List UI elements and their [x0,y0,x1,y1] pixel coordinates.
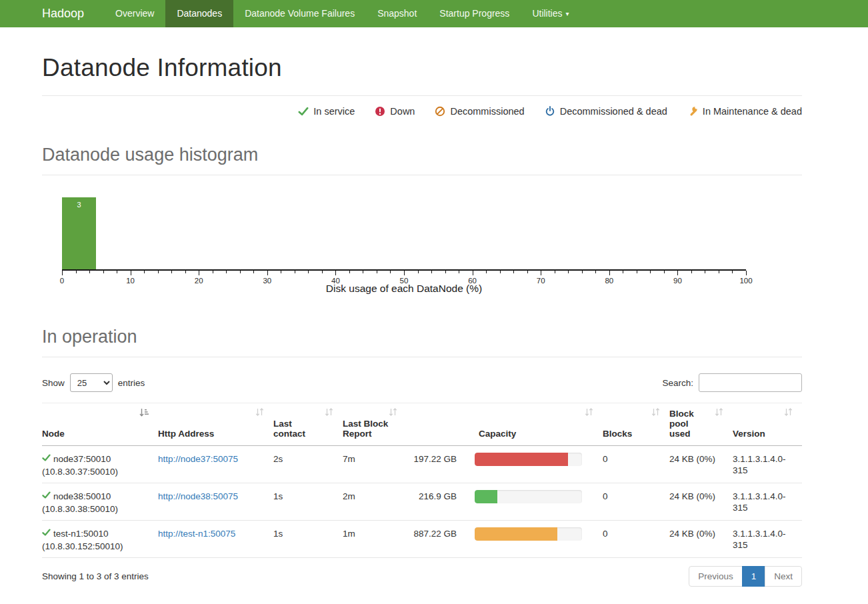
column-header-node[interactable]: Node [42,403,158,446]
table-controls: Show 25 entries Search: [42,373,802,392]
axis-tick [199,271,199,275]
capacity-value: 197.22 GB [407,453,457,465]
blocks-value: 0 [603,446,669,483]
column-header-http-address[interactable]: Http Address [158,403,273,446]
page-size-control: Show 25 entries [42,373,145,392]
http-address-link[interactable]: http://test-n1:50075 [158,529,235,539]
nav-item-datanode-volume-failures[interactable]: Datanode Volume Failures [233,0,366,27]
axis-tick [103,271,104,273]
histogram-section-title: Datanode usage histogram [42,145,802,165]
column-header-last-contact[interactable]: Last contact [273,403,343,446]
column-label: Node [42,429,65,439]
brand-hadoop[interactable]: Hadoop [42,0,104,27]
histogram-plot: 01020304050607080901003 [62,197,746,271]
column-label: Last contact [273,419,315,439]
legend-down: Down [375,106,415,117]
sort-both-icon [389,408,397,418]
column-header-version[interactable]: Version [733,403,802,446]
capacity-bar-fill [475,490,497,503]
utilities-label: Utilities [532,8,562,19]
node-address: node37:50010 [53,453,111,465]
node-ip: (10.8.30.152:50010) [42,541,154,552]
axis-tick [267,271,268,275]
block-pool-used-value: 24 KB (0%) [669,446,733,483]
column-header-block-pool-used[interactable]: Block pool used [669,403,733,446]
status-legend: In service Down Decommissioned Decommiss… [42,106,802,117]
legend-label: Decommissioned & dead [560,106,667,117]
axis-tick [582,271,583,273]
axis-tick [322,271,323,273]
chevron-down-icon: ▾ [566,0,569,27]
axis-tick [76,271,77,273]
legend-label: Decommissioned [450,106,524,117]
page-size-select[interactable]: 25 [70,373,113,392]
last-block-report-value: 1m [343,521,407,558]
axis-tick [431,271,432,273]
block-pool-used-value: 24 KB (0%) [669,521,733,558]
axis-tick [705,271,705,273]
page-1-button[interactable]: 1 [742,566,766,587]
histogram-bar-value: 3 [62,201,96,209]
axis-tick [253,271,254,273]
nav-item-overview[interactable]: Overview [104,0,165,27]
axis-tick [89,271,90,273]
capacity-bar-fill [475,527,557,541]
table-row: node37:50010 (10.8.30.37:50010) http://n… [42,446,802,483]
histogram-divider [42,175,802,175]
axis-tick [144,271,145,273]
in-operation-section-title: In operation [42,327,802,347]
check-icon [298,106,309,117]
table-row: test-n1:50010 (10.8.30.152:50010) http:/… [42,521,802,558]
axis-tick [281,271,281,273]
last-contact-value: 1s [273,483,343,521]
version-value: 3.1.1.3.1.4.0-315 [733,483,802,521]
axis-tick [568,271,569,273]
axis-tick [131,271,131,275]
legend-label: In Maintenance & dead [703,106,802,117]
nav-item-utilities[interactable]: Utilities▾ [521,0,580,27]
previous-page-button[interactable]: Previous [689,566,743,587]
sort-asc-icon [139,408,149,419]
legend-maintenance-dead: In Maintenance & dead [687,106,802,117]
power-icon [545,106,555,117]
ban-circle-icon [435,106,445,117]
axis-tick [377,271,377,273]
check-icon [42,453,51,465]
axis-tick [62,271,63,275]
column-header-capacity[interactable]: Capacity [407,403,603,446]
navbar: Hadoop Overview Datanodes Datanode Volum… [0,0,868,27]
http-address-link[interactable]: http://node37:50075 [158,454,238,464]
table-header-row: Node Http Address Last contact [42,403,802,446]
axis-tick [500,271,501,273]
blocks-value: 0 [603,521,669,558]
title-divider [42,95,802,96]
axis-tick [473,271,473,275]
axis-tick [240,271,241,273]
axis-tick [158,271,159,273]
next-page-button[interactable]: Next [765,566,802,587]
pagination: Previous 1 Next [689,566,802,587]
column-header-blocks[interactable]: Blocks [603,403,669,446]
axis-tick [404,271,405,275]
column-header-last-block-report[interactable]: Last Block Report [343,403,407,446]
nav-item-datanodes[interactable]: Datanodes [165,0,233,27]
version-value: 3.1.1.3.1.4.0-315 [733,521,802,558]
axis-tick [418,271,419,273]
nav-item-snapshot[interactable]: Snapshot [366,0,428,27]
axis-tick [719,271,719,273]
last-contact-value: 2s [273,446,343,483]
http-address-link[interactable]: http://node38:50075 [158,491,238,501]
axis-tick [117,271,117,273]
search-input[interactable] [699,373,802,392]
column-label: Capacity [479,429,516,439]
datanodes-table: Node Http Address Last contact [42,403,802,558]
capacity-value: 216.9 GB [407,491,457,502]
column-label: Block pool used [669,409,699,439]
table-row: node38:50010 (10.8.30.38:50010) http://n… [42,483,802,521]
nav-item-startup-progress[interactable]: Startup Progress [428,0,521,27]
axis-tick [226,271,227,273]
histogram-bar: 3 [62,197,96,269]
axis-tick [677,271,678,275]
axis-tick [213,271,213,273]
axis-tick [445,271,446,273]
